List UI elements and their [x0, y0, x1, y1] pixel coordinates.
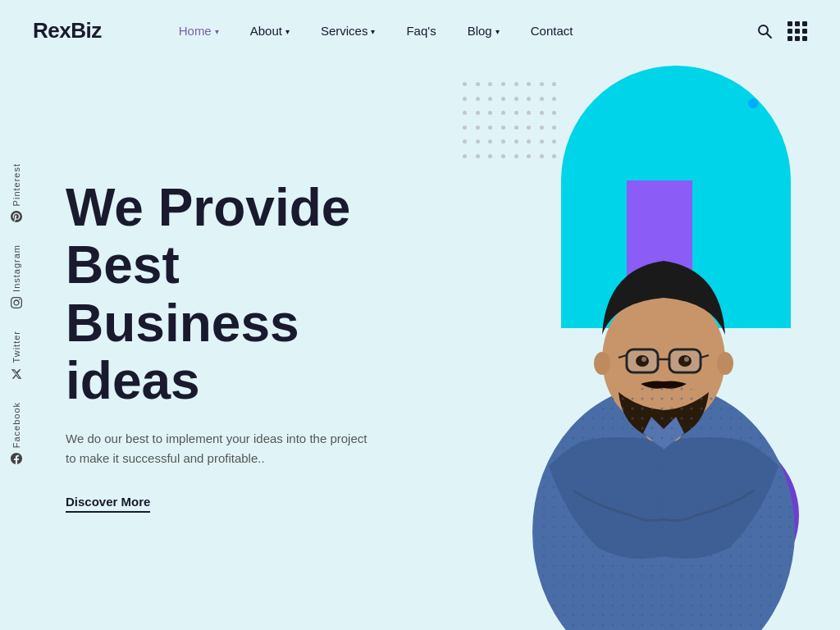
search-icon [756, 23, 773, 39]
nav-item-services[interactable]: Services ▾ [309, 17, 387, 44]
chevron-down-icon: ▾ [215, 27, 219, 36]
chevron-down-icon: ▾ [285, 27, 290, 36]
nav-item-home[interactable]: Home ▾ [167, 17, 231, 44]
nav-item-faqs[interactable]: Faq's [395, 17, 447, 44]
pinterest-icon [11, 211, 22, 225]
hero-section: We Provide Best Business ideas We do our… [0, 62, 840, 630]
svg-line-1 [767, 34, 771, 38]
instagram-icon [11, 297, 22, 311]
social-pinterest[interactable]: Pinterest [4, 153, 29, 235]
social-sidebar: Pinterest Instagram Twitter Facebook [0, 153, 33, 477]
nav-item-about[interactable]: About ▾ [239, 17, 301, 44]
hero-image-area [430, 0, 840, 630]
person-svg [500, 138, 828, 630]
nav-icons-group [756, 21, 807, 41]
hero-title: We Provide Best Business ideas [66, 179, 369, 410]
nav-item-contact[interactable]: Contact [519, 17, 585, 44]
svg-point-14 [641, 357, 646, 362]
search-button[interactable] [756, 23, 773, 39]
svg-point-18 [594, 352, 610, 375]
discover-more-button[interactable]: Discover More [66, 495, 150, 513]
grid-menu-button[interactable] [788, 21, 807, 41]
twitter-icon [11, 368, 22, 382]
chevron-down-icon: ▾ [371, 27, 375, 36]
grid-icon [788, 21, 807, 41]
nav-item-blog[interactable]: Blog ▾ [456, 17, 511, 44]
brand-logo[interactable]: RexBiz [33, 18, 102, 43]
chevron-down-icon: ▾ [495, 27, 500, 36]
main-nav: Home ▾ About ▾ Services ▾ Faq's Blog ▾ C… [167, 17, 756, 44]
social-instagram[interactable]: Instagram [4, 235, 29, 321]
hero-person-image [487, 41, 840, 630]
social-facebook[interactable]: Facebook [4, 392, 29, 477]
svg-point-17 [534, 386, 793, 630]
facebook-icon [11, 453, 22, 467]
svg-point-19 [717, 352, 733, 375]
social-twitter[interactable]: Twitter [4, 321, 29, 391]
hero-description: We do our best to implement your ideas i… [66, 429, 369, 468]
svg-point-15 [684, 357, 689, 362]
hero-content: We Provide Best Business ideas We do our… [0, 179, 427, 514]
